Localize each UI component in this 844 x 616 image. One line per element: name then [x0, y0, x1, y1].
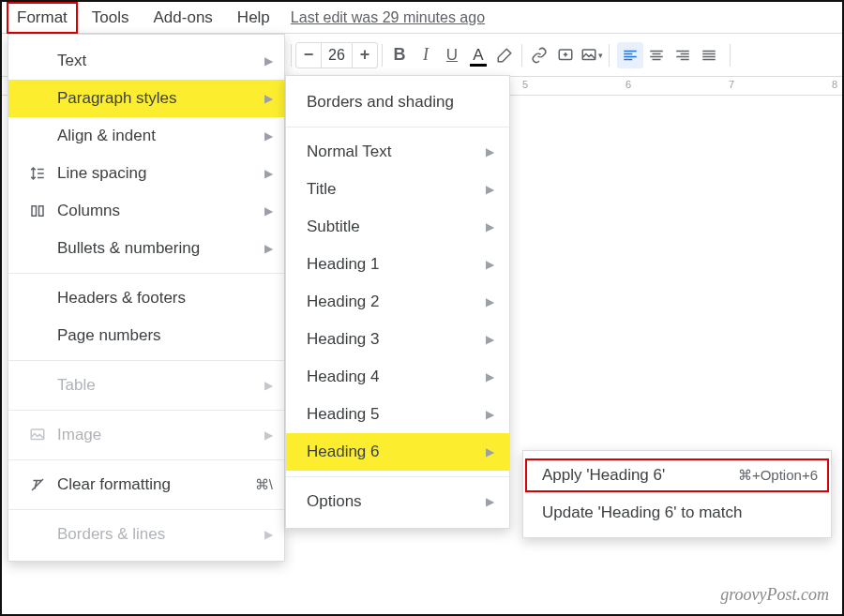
- submenu-item-heading-3[interactable]: Heading 3 ▶: [286, 321, 509, 358]
- toolbar-separator: [609, 44, 610, 67]
- chevron-right-icon: ▶: [264, 528, 273, 541]
- menu-item-label: Borders & lines: [57, 525, 264, 544]
- menu-divider: [8, 509, 284, 510]
- format-menu-dropdown: Text ▶ Paragraph styles ▶ Align & indent…: [8, 34, 285, 562]
- menu-format[interactable]: Format: [9, 5, 75, 31]
- menu-item-headers-footers[interactable]: Headers & footers: [8, 279, 284, 317]
- menu-item-image: Image ▶: [8, 416, 284, 454]
- menu-tools[interactable]: Tools: [84, 5, 137, 31]
- menu-divider: [286, 127, 509, 128]
- watermark: groovyPost.com: [720, 585, 829, 605]
- submenu-item-title[interactable]: Title ▶: [286, 171, 509, 208]
- text-color-letter: A: [473, 46, 483, 65]
- chevron-right-icon: ▶: [264, 204, 273, 218]
- font-size-decrease-button[interactable]: −: [296, 43, 321, 68]
- ruler-tick-label: 8: [832, 79, 837, 90]
- menu-item-shortcut: ⌘+Option+6: [738, 467, 818, 484]
- menu-divider: [8, 273, 284, 274]
- image-icon: [25, 427, 50, 443]
- menu-item-label: Page numbers: [57, 326, 273, 345]
- align-left-button[interactable]: [617, 42, 643, 68]
- menu-item-paragraph-styles[interactable]: Paragraph styles ▶: [8, 80, 284, 117]
- submenu-item-normal-text[interactable]: Normal Text ▶: [286, 133, 509, 171]
- text-color-button[interactable]: A: [465, 42, 491, 68]
- text-color-bar: [470, 64, 487, 67]
- ruler-tick-label: 5: [522, 79, 528, 90]
- menu-divider: [8, 459, 284, 460]
- menu-item-label: Normal Text: [307, 143, 486, 161]
- menu-item-label: Table: [57, 376, 264, 395]
- heading-6-flyout: Apply 'Heading 6' ⌘+Option+6 Update 'Hea…: [522, 450, 832, 538]
- menu-item-label: Title: [307, 180, 486, 199]
- menu-item-borders-lines: Borders & lines ▶: [8, 516, 284, 553]
- menu-divider: [8, 360, 284, 361]
- highlight-color-button[interactable]: [491, 42, 518, 68]
- menu-item-clear-formatting[interactable]: Clear formatting ⌘\: [8, 466, 284, 503]
- chevron-right-icon: ▶: [486, 370, 494, 383]
- menu-item-label: Align & indent: [57, 127, 264, 145]
- submenu-item-subtitle[interactable]: Subtitle ▶: [286, 208, 509, 246]
- menu-item-columns[interactable]: Columns ▶: [8, 192, 284, 230]
- menu-item-bullets-numbering[interactable]: Bullets & numbering ▶: [8, 230, 284, 267]
- insert-image-button[interactable]: ▾: [579, 42, 605, 68]
- menu-item-label: Clear formatting: [57, 475, 255, 494]
- submenu-item-heading-4[interactable]: Heading 4 ▶: [286, 358, 509, 396]
- font-size-value[interactable]: 26: [321, 43, 353, 68]
- menubar: Format Tools Add-ons Help Last edit was …: [2, 2, 842, 34]
- menu-item-label: Borders and shading: [307, 93, 494, 112]
- align-justify-button[interactable]: [696, 42, 722, 68]
- insert-link-button[interactable]: [526, 42, 552, 68]
- chevron-right-icon: ▶: [486, 258, 494, 271]
- align-center-button[interactable]: [643, 42, 670, 68]
- menu-item-label: Paragraph styles: [57, 89, 264, 108]
- chevron-right-icon: ▶: [486, 295, 494, 308]
- toolbar-separator: [730, 44, 731, 67]
- menu-item-line-spacing[interactable]: Line spacing ▶: [8, 155, 284, 192]
- align-right-button[interactable]: [670, 42, 696, 68]
- submenu-item-borders-shading[interactable]: Borders and shading: [286, 83, 509, 121]
- chevron-right-icon: ▶: [264, 242, 273, 255]
- menu-help[interactable]: Help: [230, 5, 278, 31]
- menu-item-align-indent[interactable]: Align & indent ▶: [8, 117, 284, 155]
- toolbar-separator: [382, 44, 383, 67]
- menu-item-shortcut: ⌘\: [255, 476, 273, 493]
- menu-item-label: Bullets & numbering: [57, 239, 264, 258]
- menu-item-label: Heading 1: [307, 255, 486, 274]
- chevron-right-icon: ▶: [486, 408, 494, 421]
- submenu-item-options[interactable]: Options ▶: [286, 483, 509, 520]
- last-edit-link[interactable]: Last edit was 29 minutes ago: [291, 9, 485, 26]
- menu-item-page-numbers[interactable]: Page numbers: [8, 317, 284, 354]
- chevron-right-icon: ▶: [486, 495, 494, 508]
- menu-addons[interactable]: Add-ons: [146, 5, 220, 31]
- chevron-right-icon: ▶: [486, 445, 494, 458]
- submenu-item-heading-1[interactable]: Heading 1 ▶: [286, 246, 509, 283]
- submenu-item-heading-5[interactable]: Heading 5 ▶: [286, 396, 509, 433]
- submenu-item-heading-2[interactable]: Heading 2 ▶: [286, 283, 509, 321]
- flyout-item-apply-heading-6[interactable]: Apply 'Heading 6' ⌘+Option+6: [523, 457, 831, 494]
- flyout-item-update-heading-6[interactable]: Update 'Heading 6' to match: [523, 494, 831, 532]
- italic-button[interactable]: I: [413, 42, 439, 68]
- submenu-item-heading-6[interactable]: Heading 6 ▶: [286, 433, 509, 471]
- chevron-right-icon: ▶: [264, 54, 273, 68]
- chevron-right-icon: ▶: [486, 145, 494, 158]
- menu-item-label: Apply 'Heading 6': [542, 466, 738, 485]
- menu-item-table: Table ▶: [8, 367, 284, 404]
- font-size-increase-button[interactable]: +: [353, 43, 377, 68]
- menu-item-label: Update 'Heading 6' to match: [542, 503, 818, 522]
- menu-item-label: Text: [57, 52, 264, 70]
- menu-item-label: Subtitle: [307, 218, 486, 236]
- menu-item-text[interactable]: Text ▶: [8, 42, 284, 80]
- font-size-stepper: − 26 +: [295, 42, 378, 68]
- align-group: [613, 42, 726, 68]
- chevron-down-icon: ▾: [598, 51, 603, 60]
- add-comment-button[interactable]: [552, 42, 579, 68]
- menu-item-label: Line spacing: [57, 164, 264, 183]
- underline-button[interactable]: U: [439, 42, 465, 68]
- paragraph-styles-submenu: Borders and shading Normal Text ▶ Title …: [285, 75, 510, 529]
- menu-item-label: Heading 6: [307, 443, 486, 461]
- chevron-right-icon: ▶: [264, 92, 273, 105]
- chevron-right-icon: ▶: [264, 379, 273, 392]
- menu-item-label: Headers & footers: [57, 289, 273, 308]
- line-spacing-icon: [25, 165, 50, 182]
- bold-button[interactable]: B: [386, 42, 413, 68]
